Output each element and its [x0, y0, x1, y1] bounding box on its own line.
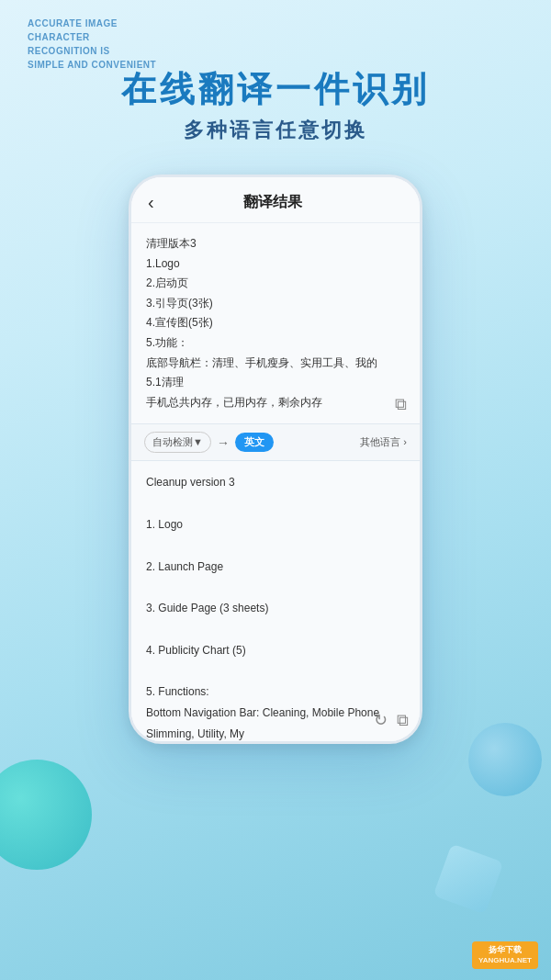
trans-line-1: Cleanup version 3 — [146, 472, 405, 493]
hero-subtitle: 多种语言任意切换 — [0, 117, 551, 144]
trans-line-8 — [146, 619, 405, 640]
copy-translated-icon[interactable]: ⧉ — [397, 711, 409, 730]
badge-line2: YANGHUA.NET — [478, 956, 532, 965]
action-icons: ↻ ⧉ — [374, 710, 409, 730]
translated-area: Cleanup version 3 1. Logo 2. Launch Page… — [131, 461, 420, 741]
trans-line-5: 2. Launch Page — [146, 557, 405, 578]
source-line-2: 1.Logo — [146, 254, 405, 275]
other-languages-button[interactable]: 其他语言 › — [360, 435, 407, 449]
source-text: 清理版本3 1.Logo 2.启动页 3.引导页(3张) 4.宣传图(5张) 5… — [146, 234, 405, 412]
source-line-4: 3.引导页(3张) — [146, 294, 405, 314]
screen-header: ‹ 翻译结果 — [131, 177, 420, 223]
badge-line1: 扬华下载 — [478, 945, 532, 956]
source-line-6: 5.功能： — [146, 333, 405, 354]
trans-line-2 — [146, 493, 405, 514]
trans-line-12: Bottom Navigation Bar: Cleaning, Mobile … — [146, 703, 405, 724]
phone-mockup: ‹ 翻译结果 清理版本3 1.Logo 2.启动页 3.引导页(3张) 4.宣传… — [129, 175, 422, 744]
trans-line-7: 3. Guide Page (3 sheets) — [146, 598, 405, 619]
trans-line-11: 5. Functions: — [146, 681, 405, 703]
language-bar: 自动检测▼ → 英文 其他语言 › — [131, 424, 420, 461]
screen-title: 翻译结果 — [165, 193, 381, 212]
trans-line-6 — [146, 577, 405, 598]
top-watermark: ACCURATE IMAGE CHARACTER RECOGNITION IS … — [28, 17, 156, 72]
source-copy-icon[interactable]: ⧉ — [395, 395, 407, 414]
watermark-line-2: CHARACTER — [28, 30, 156, 44]
back-button[interactable]: ‹ — [148, 192, 154, 213]
refresh-icon[interactable]: ↻ — [374, 710, 388, 730]
hero-section: 在线翻译一件识别 多种语言任意切换 — [0, 69, 551, 144]
watermark-line-1: ACCURATE IMAGE — [28, 17, 156, 30]
phone-screen: ‹ 翻译结果 清理版本3 1.Logo 2.启动页 3.引导页(3张) 4.宣传… — [131, 177, 420, 741]
decorative-sphere-blue — [468, 723, 542, 796]
source-line-3: 2.启动页 — [146, 274, 405, 294]
source-line-8: 5.1清理 — [146, 373, 405, 393]
trans-line-9: 4. Publicity Chart (5) — [146, 640, 405, 661]
auto-detect-button[interactable]: 自动检测▼ — [144, 432, 211, 453]
lang-arrow-icon: → — [217, 435, 230, 450]
source-line-5: 4.宣传图(5张) — [146, 313, 405, 333]
decorative-sphere-teal — [0, 760, 92, 870]
trans-line-13: Slimming, Utility, My — [146, 724, 405, 741]
hero-title: 在线翻译一件识别 — [0, 69, 551, 111]
yanghua-badge: 扬华下载 YANGHUA.NET — [472, 941, 538, 969]
source-line-9: 手机总共内存，已用内存，剩余内存 — [146, 393, 405, 413]
translated-text: Cleanup version 3 1. Logo 2. Launch Page… — [146, 472, 405, 741]
source-line-7: 底部导航栏：清理、手机瘦身、实用工具、我的 — [146, 354, 405, 374]
source-line-1: 清理版本3 — [146, 234, 405, 254]
trans-line-4 — [146, 535, 405, 557]
decorative-cube — [433, 844, 504, 915]
source-area: 清理版本3 1.Logo 2.启动页 3.引导页(3张) 4.宣传图(5张) 5… — [131, 223, 420, 424]
watermark-line-3: RECOGNITION IS — [28, 44, 156, 58]
target-language-button[interactable]: 英文 — [235, 433, 274, 452]
trans-line-10 — [146, 661, 405, 682]
trans-line-3: 1. Logo — [146, 514, 405, 535]
